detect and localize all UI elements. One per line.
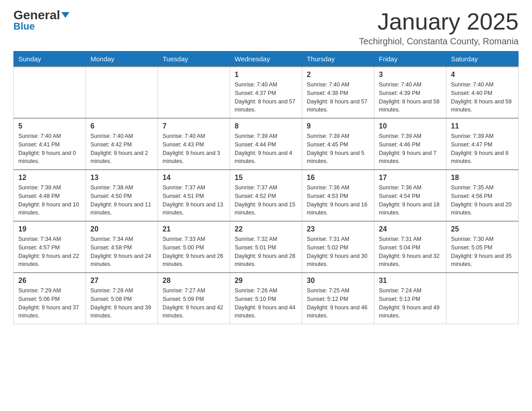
calendar-cell	[86, 67, 158, 118]
location-subtitle: Techirghiol, Constanta County, Romania	[359, 36, 519, 47]
header-tuesday: Tuesday	[158, 51, 230, 67]
day-number: 26	[18, 277, 81, 285]
calendar-cell: 1Sunrise: 7:40 AM Sunset: 4:37 PM Daylig…	[230, 67, 302, 118]
day-info: Sunrise: 7:40 AM Sunset: 4:38 PM Dayligh…	[307, 81, 369, 114]
day-number: 28	[163, 277, 225, 285]
logo-general: General	[13, 9, 69, 21]
day-info: Sunrise: 7:27 AM Sunset: 5:09 PM Dayligh…	[163, 287, 225, 320]
day-info: Sunrise: 7:36 AM Sunset: 4:54 PM Dayligh…	[379, 184, 442, 217]
calendar-cell: 5Sunrise: 7:40 AM Sunset: 4:41 PM Daylig…	[14, 118, 86, 170]
calendar-cell: 25Sunrise: 7:30 AM Sunset: 5:05 PM Dayli…	[446, 221, 519, 273]
calendar-cell: 13Sunrise: 7:38 AM Sunset: 4:50 PM Dayli…	[86, 170, 158, 221]
calendar-header-row: SundayMondayTuesdayWednesdayThursdayFrid…	[14, 51, 519, 67]
day-info: Sunrise: 7:37 AM Sunset: 4:51 PM Dayligh…	[163, 184, 225, 217]
header-monday: Monday	[86, 51, 158, 67]
day-number: 13	[90, 174, 153, 182]
day-number: 2	[307, 71, 369, 79]
day-info: Sunrise: 7:34 AM Sunset: 4:58 PM Dayligh…	[90, 235, 153, 269]
day-number: 31	[379, 277, 442, 285]
calendar-cell: 16Sunrise: 7:36 AM Sunset: 4:53 PM Dayli…	[302, 170, 374, 221]
day-number: 7	[163, 122, 225, 130]
day-number: 30	[307, 277, 369, 285]
day-number: 25	[451, 225, 514, 233]
calendar-week-4: 19Sunrise: 7:34 AM Sunset: 4:57 PM Dayli…	[14, 221, 519, 273]
day-number: 10	[379, 122, 442, 130]
calendar-cell: 24Sunrise: 7:31 AM Sunset: 5:04 PM Dayli…	[374, 221, 446, 273]
calendar-cell: 23Sunrise: 7:31 AM Sunset: 5:02 PM Dayli…	[302, 221, 374, 273]
calendar-table: SundayMondayTuesdayWednesdayThursdayFrid…	[13, 51, 519, 324]
day-info: Sunrise: 7:29 AM Sunset: 5:06 PM Dayligh…	[18, 287, 81, 320]
day-number: 14	[163, 174, 225, 182]
day-info: Sunrise: 7:25 AM Sunset: 5:12 PM Dayligh…	[307, 287, 369, 320]
day-info: Sunrise: 7:39 AM Sunset: 4:44 PM Dayligh…	[235, 132, 297, 166]
day-number: 16	[307, 174, 369, 182]
day-number: 8	[235, 122, 297, 130]
day-number: 23	[307, 225, 369, 233]
calendar-cell: 27Sunrise: 7:28 AM Sunset: 5:08 PM Dayli…	[86, 273, 158, 324]
header-sunday: Sunday	[14, 51, 86, 67]
day-number: 19	[18, 225, 81, 233]
calendar-cell: 15Sunrise: 7:37 AM Sunset: 4:52 PM Dayli…	[230, 170, 302, 221]
day-info: Sunrise: 7:35 AM Sunset: 4:56 PM Dayligh…	[451, 184, 514, 217]
day-info: Sunrise: 7:31 AM Sunset: 5:02 PM Dayligh…	[307, 235, 369, 269]
calendar-cell: 31Sunrise: 7:24 AM Sunset: 5:13 PM Dayli…	[374, 273, 446, 324]
calendar-cell	[446, 273, 519, 324]
day-number: 6	[90, 122, 153, 130]
day-number: 21	[163, 225, 225, 233]
header-saturday: Saturday	[446, 51, 519, 67]
day-info: Sunrise: 7:39 AM Sunset: 4:46 PM Dayligh…	[379, 132, 442, 166]
day-info: Sunrise: 7:31 AM Sunset: 5:04 PM Dayligh…	[379, 235, 442, 269]
day-info: Sunrise: 7:34 AM Sunset: 4:57 PM Dayligh…	[18, 235, 81, 269]
calendar-cell: 8Sunrise: 7:39 AM Sunset: 4:44 PM Daylig…	[230, 118, 302, 170]
day-number: 24	[379, 225, 442, 233]
day-number: 27	[90, 277, 153, 285]
calendar-cell	[14, 67, 86, 118]
day-info: Sunrise: 7:30 AM Sunset: 5:05 PM Dayligh…	[451, 235, 514, 269]
calendar-week-5: 26Sunrise: 7:29 AM Sunset: 5:06 PM Dayli…	[14, 273, 519, 324]
day-number: 29	[235, 277, 297, 285]
logo: General Blue	[13, 9, 69, 32]
calendar-cell: 2Sunrise: 7:40 AM Sunset: 4:38 PM Daylig…	[302, 67, 374, 118]
day-number: 1	[235, 71, 297, 79]
day-number: 20	[90, 225, 153, 233]
calendar-cell: 17Sunrise: 7:36 AM Sunset: 4:54 PM Dayli…	[374, 170, 446, 221]
day-number: 3	[379, 71, 442, 79]
day-info: Sunrise: 7:40 AM Sunset: 4:42 PM Dayligh…	[90, 132, 153, 166]
calendar-cell: 26Sunrise: 7:29 AM Sunset: 5:06 PM Dayli…	[14, 273, 86, 324]
calendar-cell: 7Sunrise: 7:40 AM Sunset: 4:43 PM Daylig…	[158, 118, 230, 170]
header-thursday: Thursday	[302, 51, 374, 67]
calendar-cell: 20Sunrise: 7:34 AM Sunset: 4:58 PM Dayli…	[86, 221, 158, 273]
calendar-week-2: 5Sunrise: 7:40 AM Sunset: 4:41 PM Daylig…	[14, 118, 519, 170]
day-info: Sunrise: 7:33 AM Sunset: 5:00 PM Dayligh…	[163, 235, 225, 269]
day-number: 22	[235, 225, 297, 233]
calendar-cell: 14Sunrise: 7:37 AM Sunset: 4:51 PM Dayli…	[158, 170, 230, 221]
day-number: 12	[18, 174, 81, 182]
day-number: 11	[451, 122, 514, 130]
day-info: Sunrise: 7:38 AM Sunset: 4:48 PM Dayligh…	[18, 184, 81, 217]
calendar-cell: 19Sunrise: 7:34 AM Sunset: 4:57 PM Dayli…	[14, 221, 86, 273]
day-number: 17	[379, 174, 442, 182]
header-wednesday: Wednesday	[230, 51, 302, 67]
calendar-cell: 22Sunrise: 7:32 AM Sunset: 5:01 PM Dayli…	[230, 221, 302, 273]
calendar-cell: 21Sunrise: 7:33 AM Sunset: 5:00 PM Dayli…	[158, 221, 230, 273]
day-info: Sunrise: 7:40 AM Sunset: 4:37 PM Dayligh…	[235, 81, 297, 114]
day-info: Sunrise: 7:39 AM Sunset: 4:45 PM Dayligh…	[307, 132, 369, 166]
calendar-cell: 4Sunrise: 7:40 AM Sunset: 4:40 PM Daylig…	[446, 67, 519, 118]
day-info: Sunrise: 7:24 AM Sunset: 5:13 PM Dayligh…	[379, 287, 442, 320]
page-header: General Blue January 2025 Techirghiol, C…	[13, 9, 519, 47]
day-info: Sunrise: 7:38 AM Sunset: 4:50 PM Dayligh…	[90, 184, 153, 217]
day-number: 18	[451, 174, 514, 182]
calendar-cell: 10Sunrise: 7:39 AM Sunset: 4:46 PM Dayli…	[374, 118, 446, 170]
day-info: Sunrise: 7:40 AM Sunset: 4:41 PM Dayligh…	[18, 132, 81, 166]
day-info: Sunrise: 7:40 AM Sunset: 4:40 PM Dayligh…	[451, 81, 514, 114]
day-info: Sunrise: 7:39 AM Sunset: 4:47 PM Dayligh…	[451, 132, 514, 166]
calendar-week-1: 1Sunrise: 7:40 AM Sunset: 4:37 PM Daylig…	[14, 67, 519, 118]
day-number: 9	[307, 122, 369, 130]
day-number: 15	[235, 174, 297, 182]
day-info: Sunrise: 7:40 AM Sunset: 4:39 PM Dayligh…	[379, 81, 442, 114]
month-title: January 2025	[359, 9, 519, 34]
day-info: Sunrise: 7:36 AM Sunset: 4:53 PM Dayligh…	[307, 184, 369, 217]
calendar-week-3: 12Sunrise: 7:38 AM Sunset: 4:48 PM Dayli…	[14, 170, 519, 221]
calendar-cell: 9Sunrise: 7:39 AM Sunset: 4:45 PM Daylig…	[302, 118, 374, 170]
day-info: Sunrise: 7:28 AM Sunset: 5:08 PM Dayligh…	[90, 287, 153, 320]
